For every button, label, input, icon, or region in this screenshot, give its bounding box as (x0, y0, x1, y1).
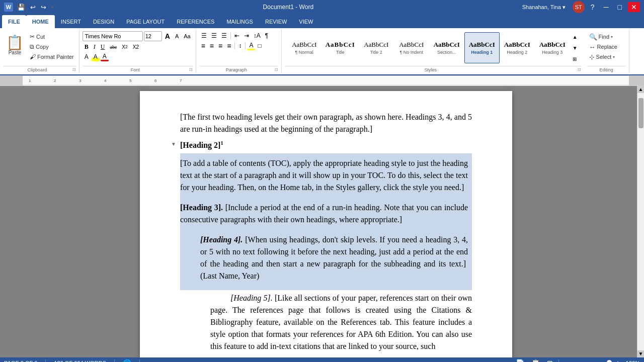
collapse-arrow-icon[interactable]: ▼ (171, 140, 176, 148)
print-layout-view-button[interactable]: 📄 (514, 359, 526, 362)
font-expand-icon[interactable]: ⊡ (189, 67, 193, 72)
tab-view[interactable]: VIEW (293, 15, 319, 28)
lang-status[interactable]: 🌐 (123, 359, 131, 362)
styles-area: AaBbCcI ¶ Normal AaBbCcI Title AaBbCcI T… (285, 30, 581, 65)
shading-button[interactable]: A (247, 41, 255, 50)
tab-insert[interactable]: INSERT (55, 15, 87, 28)
web-layout-button[interactable]: ⊞ (545, 359, 554, 362)
select-button[interactable]: ⊹ Select ▾ (587, 52, 626, 61)
style-normal[interactable]: AaBbCcI ¶ Normal (287, 32, 322, 63)
find-dropdown-icon: ▾ (611, 35, 613, 39)
styles-more[interactable]: ⊞ (571, 54, 579, 63)
text-effects-button[interactable]: A (83, 52, 91, 61)
tab-pagelayout[interactable]: PAGE LAYOUT (120, 15, 171, 28)
increase-indent-button[interactable]: ⇥ (242, 31, 251, 40)
style-section[interactable]: AaBbCcI Section... (429, 32, 464, 63)
styles-expand-icon[interactable]: ⊡ (578, 67, 581, 72)
font-group: A A Aa B I U abc X2 X2 A A A (79, 29, 196, 73)
multilevel-button[interactable]: ☰ (219, 31, 229, 40)
numbering-button[interactable]: ☰ (209, 31, 219, 40)
read-mode-button[interactable]: 📋 (530, 359, 541, 362)
align-center-button[interactable]: ≡ (208, 41, 216, 50)
scroll-thumb[interactable] (638, 98, 643, 128)
para-sep-3 (245, 42, 246, 49)
find-button[interactable]: 🔍 Find ▾ (587, 32, 626, 41)
align-left-button[interactable]: ≡ (199, 41, 207, 50)
maximize-button[interactable]: □ (615, 2, 625, 12)
text-highlight-button[interactable]: A (92, 52, 100, 61)
subscript-button[interactable]: X2 (120, 42, 129, 51)
styles-group: AaBbCcI ¶ Normal AaBbCcI Title AaBbCcI T… (282, 29, 584, 73)
superscript-button[interactable]: X2 (131, 42, 141, 51)
intro-text: [The first two heading levels get their … (180, 113, 472, 133)
ruler: 1 2 3 4 5 6 7 (0, 76, 644, 86)
heading3-paragraph: [Heading 3]. [Include a period at the en… (180, 200, 472, 228)
styles-scroll-up[interactable]: ▲ (571, 32, 579, 41)
tab-home[interactable]: HOME (26, 15, 55, 28)
paragraph-expand-icon[interactable]: ⊡ (275, 67, 278, 72)
ribbon: FILE HOME INSERT DESIGN PAGE LAYOUT REFE… (0, 14, 644, 76)
style-noindent[interactable]: AaBbCcI ¶ No Indent (394, 32, 429, 63)
tab-file[interactable]: FILE (2, 15, 26, 28)
title-bar-right: Shanahan, Tina ▾ ST ? ─ □ ✕ (522, 1, 640, 13)
status-sep-2 (114, 359, 115, 362)
zoom-in-button[interactable]: + (616, 359, 620, 362)
paste-button[interactable]: 📋 Paste (3, 30, 27, 60)
editing-group: 🔍 Find ▾ ↔ Replace ⊹ Select ▾ Editing (584, 29, 629, 73)
cut-button[interactable]: ✂ Cut (28, 32, 76, 41)
toc-text: [To add a table of contents (TOC), apply… (180, 159, 468, 192)
italic-button[interactable]: I (92, 42, 98, 51)
grow-font-button[interactable]: A (163, 32, 172, 41)
redo-quick-icon[interactable]: ↪ (41, 4, 46, 11)
document-page[interactable]: [The first two heading levels get their … (140, 91, 512, 357)
tab-review[interactable]: REVIEW (259, 15, 293, 28)
clipboard-label: Clipboard (3, 67, 71, 72)
decrease-indent-button[interactable]: ⇤ (232, 31, 242, 40)
justify-button[interactable]: ≡ (225, 41, 233, 50)
tab-references[interactable]: REFERENCES (171, 15, 220, 28)
clipboard-expand-icon[interactable]: ⊡ (72, 67, 76, 72)
border-button[interactable]: □ (256, 41, 263, 50)
replace-button[interactable]: ↔ Replace (587, 42, 626, 51)
styles-scroll-down[interactable]: ▼ (571, 43, 579, 52)
show-marks-button[interactable]: ¶ (263, 31, 270, 40)
bold-button[interactable]: B (83, 42, 91, 51)
svg-text:4: 4 (104, 78, 107, 83)
underline-button[interactable]: U (99, 42, 107, 51)
font-name-selector[interactable] (83, 31, 143, 41)
undo-quick-icon[interactable]: ↩ (30, 4, 36, 11)
tab-design[interactable]: DESIGN (87, 15, 120, 28)
style-title2[interactable]: AaBbCcI Title 2 (359, 32, 394, 63)
minimize-button[interactable]: ─ (601, 2, 612, 12)
strikethrough-button[interactable]: abc (108, 42, 119, 51)
style-heading1[interactable]: AaBbCcI Heading 1 (464, 32, 500, 63)
svg-text:1: 1 (29, 78, 31, 83)
shrink-font-button[interactable]: A (173, 32, 181, 41)
tab-mailings[interactable]: MAILINGS (220, 15, 259, 28)
close-button[interactable]: ✕ (628, 2, 640, 12)
format-painter-button[interactable]: 🖌 Format Painter (28, 52, 76, 61)
quick-access-dropdown-icon[interactable]: ▾ (51, 5, 53, 10)
tab-bar: FILE HOME INSERT DESIGN PAGE LAYOUT REFE… (0, 14, 644, 28)
selected-block: [To add a table of contents (TOC), apply… (180, 153, 472, 290)
line-spacing-button[interactable]: ↕ (236, 41, 244, 50)
sort-button[interactable]: ↕A (252, 31, 263, 40)
font-size-selector[interactable] (144, 31, 162, 41)
font-row-1: A A Aa (83, 31, 193, 41)
scroll-down-button[interactable]: ▼ (637, 350, 645, 357)
font-color-button[interactable]: A (101, 52, 109, 61)
bullets-button[interactable]: ☰ (199, 31, 209, 40)
style-title[interactable]: AaBbCcI Title (322, 32, 359, 63)
scroll-up-button[interactable]: ▲ (637, 86, 645, 93)
zoom-out-button[interactable]: − (563, 359, 567, 362)
align-right-button[interactable]: ≡ (216, 41, 224, 50)
clear-format-button[interactable]: Aa (182, 32, 192, 41)
style-heading3[interactable]: AaBbCcI Heading 3 (535, 32, 570, 63)
scroll-track[interactable] (637, 93, 645, 350)
save-quick-icon[interactable]: 💾 (17, 4, 25, 11)
copy-button[interactable]: ⧉ Copy (28, 42, 76, 51)
format-painter-label: Format Painter (37, 54, 74, 60)
style-heading2[interactable]: AaBbCcI Heading 2 (500, 32, 535, 63)
scroll-area[interactable]: [The first two heading levels get their … (15, 86, 637, 357)
help-button[interactable]: ? (588, 2, 598, 12)
